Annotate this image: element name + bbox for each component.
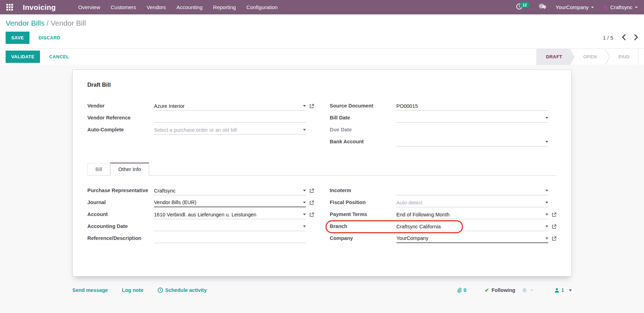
user-name-label: Craftsync (610, 4, 632, 10)
company-input[interactable]: YourCompany (396, 235, 548, 243)
top-navbar: Invoicing Overview Customers Vendors Acc… (0, 0, 644, 14)
external-link-icon[interactable] (309, 200, 314, 205)
save-button[interactable]: SAVE (6, 32, 29, 44)
bill-date-input[interactable] (396, 114, 548, 123)
bell-icon (522, 287, 528, 293)
followers-button[interactable]: 1 (554, 287, 572, 293)
branch-value: Craftsync California (396, 224, 543, 229)
log-note-button[interactable]: Log note (122, 287, 143, 293)
following-label: Following (491, 287, 515, 293)
vendor-input[interactable]: Azure Interior (154, 102, 306, 111)
chevron-down-icon[interactable] (545, 202, 548, 203)
company-label: Company (330, 235, 391, 241)
chevron-down-icon[interactable] (303, 105, 306, 107)
form-sheet: Draft Bill Vendor Azure Interior Vendor … (72, 70, 572, 276)
source-document-value: PO00015 (396, 103, 548, 109)
send-message-button[interactable]: Send message (72, 287, 108, 293)
status-step-open[interactable]: OPEN (575, 49, 605, 65)
account-input[interactable]: 1610 Verbindl. aus Lieferungen u. Leistu… (154, 211, 306, 219)
discard-button[interactable]: DISCARD (39, 35, 60, 40)
following-button[interactable]: ✔ Following (485, 287, 515, 293)
field-company: Company YourCompany (330, 235, 557, 244)
attachment-count: 0 (464, 287, 467, 293)
external-link-icon[interactable] (309, 104, 314, 109)
cancel-button[interactable]: CANCEL (49, 54, 69, 59)
chevron-down-icon[interactable] (545, 190, 548, 191)
chevron-down-icon[interactable] (545, 226, 548, 227)
menu-reporting[interactable]: Reporting (213, 4, 236, 10)
company-value: YourCompany (396, 235, 543, 241)
breadcrumb-vendor-bills[interactable]: Vendor Bills (6, 19, 45, 27)
chevron-down-icon[interactable] (545, 214, 548, 215)
activity-count-badge: 12 (520, 2, 529, 8)
chevron-down-icon (530, 289, 533, 291)
chevron-down-icon (569, 289, 572, 291)
chevron-down-icon[interactable] (545, 141, 548, 143)
messages-icon[interactable] (538, 3, 546, 11)
schedule-activity-label: Schedule activity (165, 287, 207, 293)
menu-overview[interactable]: Overview (78, 4, 100, 10)
menu-customers[interactable]: Customers (111, 4, 136, 10)
schedule-activity-button[interactable]: Schedule activity (157, 287, 207, 293)
tab-other-info[interactable]: Other Info (110, 163, 149, 176)
auto-complete-input[interactable]: Select a purchase order or an old bill (154, 126, 306, 135)
external-link-icon[interactable] (552, 224, 557, 229)
company-switcher[interactable]: YourCompany (556, 4, 594, 10)
chevron-down-icon[interactable] (303, 214, 306, 215)
breadcrumb: Vendor Bills / Vendor Bill (6, 19, 638, 27)
field-fiscal-position: Fiscal Position Auto-detect (330, 199, 557, 208)
bank-account-input[interactable] (396, 138, 548, 146)
chevron-down-icon[interactable] (303, 129, 306, 131)
reference-description-input[interactable] (154, 235, 306, 243)
activities-button[interactable]: 12 (516, 3, 529, 11)
journal-input[interactable]: Vendor Bills (EUR) (154, 199, 306, 207)
menu-vendors[interactable]: Vendors (147, 4, 166, 10)
branch-label: Branch (330, 223, 391, 229)
external-link-icon[interactable] (552, 212, 557, 217)
field-vendor: Vendor Azure Interior (87, 102, 314, 111)
breadcrumb-current: Vendor Bill (51, 19, 86, 27)
subscription-bell-button[interactable] (522, 287, 533, 293)
auto-complete-label: Auto-Complete (87, 126, 149, 132)
payment-terms-input[interactable]: End of Following Month (396, 211, 548, 219)
menu-accounting[interactable]: Accounting (176, 4, 202, 10)
chevron-down-icon[interactable] (303, 190, 306, 191)
external-link-icon[interactable] (552, 236, 557, 241)
vendor-reference-input[interactable] (154, 114, 306, 123)
status-step-paid[interactable]: PAID (610, 49, 638, 65)
account-value: 1610 Verbindl. aus Lieferungen u. Leistu… (154, 212, 300, 217)
main-menu: Overview Customers Vendors Accounting Re… (78, 4, 278, 10)
chevron-down-icon[interactable] (545, 117, 548, 119)
menu-configuration[interactable]: Configuration (246, 4, 277, 10)
apps-grid-icon[interactable] (6, 4, 13, 11)
chevron-down-icon[interactable] (303, 202, 306, 203)
app-title[interactable]: Invoicing (23, 3, 56, 12)
accounting-date-input[interactable] (154, 223, 306, 231)
source-document-input[interactable]: PO00015 (396, 102, 548, 111)
attachments-button[interactable]: 0 (457, 287, 467, 293)
branch-input[interactable]: Craftsync California (396, 223, 548, 231)
incoterm-label: Incoterm (330, 187, 391, 193)
follower-count: 1 (561, 287, 564, 293)
chevron-down-icon[interactable] (545, 237, 548, 239)
external-link-icon[interactable] (309, 212, 314, 217)
field-due-date: Due Date (330, 126, 557, 135)
fiscal-position-input[interactable]: Auto-detect (396, 199, 548, 207)
purchase-representative-value: Craftsync (154, 188, 300, 194)
purchase-representative-input[interactable]: Craftsync (154, 187, 306, 195)
user-menu[interactable]: S Craftsync (603, 4, 638, 11)
auto-complete-placeholder: Select a purchase order or an old bill (154, 127, 300, 133)
chevron-down-icon[interactable] (303, 226, 306, 227)
vendor-reference-label: Vendor Reference (87, 114, 149, 120)
control-panel: Vendor Bills / Vendor Bill SAVE DISCARD … (0, 14, 644, 44)
external-link-icon[interactable] (309, 188, 314, 193)
tab-bill[interactable]: Bill (87, 163, 110, 175)
field-branch: Branch Craftsync California (330, 223, 557, 232)
pager-next-icon[interactable] (634, 34, 638, 41)
incoterm-input[interactable] (396, 187, 548, 195)
pager-prev-icon[interactable] (622, 34, 626, 41)
validate-button[interactable]: VALIDATE (6, 51, 40, 63)
status-step-draft[interactable]: DRAFT (536, 49, 570, 65)
status-arrow (570, 49, 575, 65)
breadcrumb-separator: / (45, 19, 51, 27)
